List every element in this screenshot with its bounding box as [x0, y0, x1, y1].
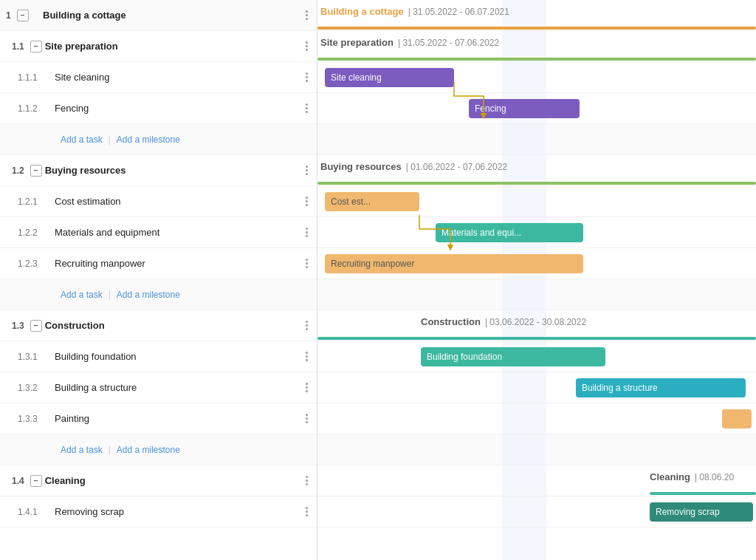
bar-site-cleaning: Site cleaning	[325, 68, 454, 87]
group-bar-buying-resources	[317, 182, 756, 185]
add-actions-1.1: Add a task | Add a milestone	[0, 124, 317, 155]
row-removing-scrap: 1.4.1 Removing scrap	[0, 496, 317, 527]
row-fencing: 1.1.2 Fencing	[0, 93, 317, 124]
building-cottage-label: Building a cottage	[43, 10, 303, 21]
gantt-row-removing-scrap: Removing scrap	[317, 496, 756, 527]
row-recruiting: 1.2.3 Recruiting manpower	[0, 248, 317, 279]
collapse-btn-1.3[interactable]: −	[30, 320, 42, 332]
group-bar-construction	[317, 337, 756, 340]
pipe-divider-1.2: |	[109, 290, 111, 300]
add-actions-group-1.2: Add a task | Add a milestone	[55, 284, 180, 306]
row-buying-resources: 1.2 − Buying resources	[0, 155, 317, 186]
fencing-label: Fencing	[55, 103, 303, 114]
row-num-1.3.2: 1.3.2	[18, 383, 55, 393]
recruiting-label: Recruiting manpower	[55, 258, 303, 269]
site-preparation-label: Site preparation	[45, 41, 303, 52]
row-building-foundation: 1.3.1 Building foundation	[0, 341, 317, 372]
gantt-row-recruiting: Recruiting manpower	[317, 248, 756, 279]
group-bar-site-preparation	[317, 58, 756, 61]
row-building-cottage: 1 − Building a cottage	[0, 0, 317, 31]
gantt-chart-panel: Building a cottage | 31.05.2022 - 06.07.…	[317, 0, 756, 560]
row-num-1: 1 −	[6, 10, 43, 21]
gantt-label-building-cottage: Building a cottage | 31.05.2022 - 06.07.…	[320, 6, 509, 17]
add-task-link-1.2[interactable]: Add a task	[61, 290, 103, 300]
gantt-label-buying-resources: Buying resources | 01.06.2022 - 07.06.20…	[320, 161, 507, 172]
row-cost-estimation: 1.2.1 Cost estimation	[0, 186, 317, 217]
add-actions-1.2: Add a task | Add a milestone	[0, 279, 317, 310]
task-list-panel: 1 − Building a cottage 1.1 − Site prepar…	[0, 0, 317, 560]
collapse-btn-1.2[interactable]: −	[30, 165, 42, 177]
gantt-row-building-foundation: Building foundation	[317, 341, 756, 372]
gantt-row-building-structure: Building a structure	[317, 372, 756, 403]
dots-menu-1[interactable]	[303, 7, 311, 23]
gantt-label-construction: Construction | 03.06.2022 - 30.08.2022	[421, 316, 586, 327]
group-bar-cleaning	[650, 492, 756, 495]
painting-label: Painting	[55, 413, 303, 424]
gantt-row-materials: Materials and equi...	[317, 217, 756, 248]
row-building-structure: 1.3.2 Building a structure	[0, 372, 317, 403]
gantt-inner: Building a cottage | 31.05.2022 - 06.07.…	[317, 0, 756, 560]
dots-menu-1.3.1[interactable]	[303, 349, 311, 364]
row-number: 1	[6, 10, 11, 21]
cost-estimation-label: Cost estimation	[55, 196, 303, 207]
row-cleaning: 1.4 − Cleaning	[0, 465, 317, 496]
building-structure-label: Building a structure	[55, 382, 303, 393]
add-milestone-link-1.2[interactable]: Add a milestone	[117, 290, 180, 300]
dots-menu-1.1.2[interactable]	[303, 100, 311, 116]
removing-scrap-label: Removing scrap	[55, 506, 303, 517]
add-milestone-link-1.3[interactable]: Add a milestone	[117, 445, 180, 455]
row-num-1.4.1: 1.4.1	[18, 507, 55, 517]
gantt-row-buying-resources: Buying resources | 01.06.2022 - 07.06.20…	[317, 155, 756, 186]
dots-menu-1.4.1[interactable]	[303, 504, 311, 519]
add-milestone-link-1.1[interactable]: Add a milestone	[117, 134, 180, 145]
dots-menu-1.2[interactable]	[303, 163, 311, 178]
row-num-1.2.2: 1.2.2	[18, 228, 55, 238]
pipe-divider-1.3: |	[109, 445, 111, 455]
row-num-1.3.1: 1.3.1	[18, 352, 55, 362]
row-number: 1.4	[12, 476, 24, 486]
add-task-link-1.1[interactable]: Add a task	[61, 134, 103, 145]
row-number: 1.1	[12, 41, 24, 52]
dots-menu-1.1.1[interactable]	[303, 69, 311, 85]
gantt-row-site-preparation: Site preparation | 31.05.2022 - 07.06.20…	[317, 31, 756, 62]
gantt-label-cleaning: Cleaning | 08.06.20	[650, 471, 734, 482]
gantt-label-site-preparation: Site preparation | 31.05.2022 - 07.06.20…	[320, 37, 499, 48]
add-actions-1.3: Add a task | Add a milestone	[0, 434, 317, 465]
gantt-row-construction: Construction | 03.06.2022 - 30.08.2022	[317, 310, 756, 341]
bar-removing-scrap: Removing scrap	[650, 502, 753, 522]
dots-menu-1.2.1[interactable]	[303, 194, 311, 209]
collapse-btn-1.4[interactable]: −	[30, 475, 42, 487]
collapse-btn-1.1[interactable]: −	[30, 41, 42, 52]
cleaning-label: Cleaning	[45, 475, 303, 486]
bar-building-foundation: Building foundation	[421, 347, 605, 366]
bar-materials: Materials and equi...	[436, 223, 583, 242]
row-number: 1.3	[12, 321, 24, 331]
dots-menu-1.2.2[interactable]	[303, 225, 311, 240]
bar-painting	[722, 409, 752, 428]
gantt-row-site-cleaning: Site cleaning	[317, 62, 756, 93]
gantt-row-cost-estimation: Cost est...	[317, 186, 756, 217]
dots-menu-1.4[interactable]	[303, 473, 311, 488]
building-foundation-label: Building foundation	[55, 351, 303, 362]
gantt-row-painting	[317, 403, 756, 434]
row-num-1.1.1: 1.1.1	[18, 72, 55, 83]
row-site-cleaning: 1.1.1 Site cleaning	[0, 62, 317, 93]
row-num-1.1.2: 1.1.2	[18, 103, 55, 114]
row-num-1.2: 1.2 −	[12, 165, 45, 177]
materials-label: Materials and equipment	[55, 227, 303, 238]
row-num-1.2.3: 1.2.3	[18, 259, 55, 269]
dots-menu-1.3.2[interactable]	[303, 380, 311, 395]
row-construction: 1.3 − Construction	[0, 310, 317, 341]
row-num-1.4: 1.4 −	[12, 475, 45, 487]
collapse-btn-1[interactable]: −	[17, 10, 29, 21]
row-materials: 1.2.2 Materials and equipment	[0, 217, 317, 248]
add-task-link-1.3[interactable]: Add a task	[61, 445, 103, 455]
dots-menu-1.2.3[interactable]	[303, 256, 311, 271]
dots-menu-1.3[interactable]	[303, 318, 311, 333]
pipe-divider: |	[109, 134, 111, 145]
dots-menu-1.3.3[interactable]	[303, 411, 311, 426]
bar-building-structure: Building a structure	[576, 378, 746, 397]
construction-label: Construction	[45, 320, 303, 331]
dots-menu-1.1[interactable]	[303, 38, 311, 54]
gantt-row-fencing: Fencing	[317, 93, 756, 124]
